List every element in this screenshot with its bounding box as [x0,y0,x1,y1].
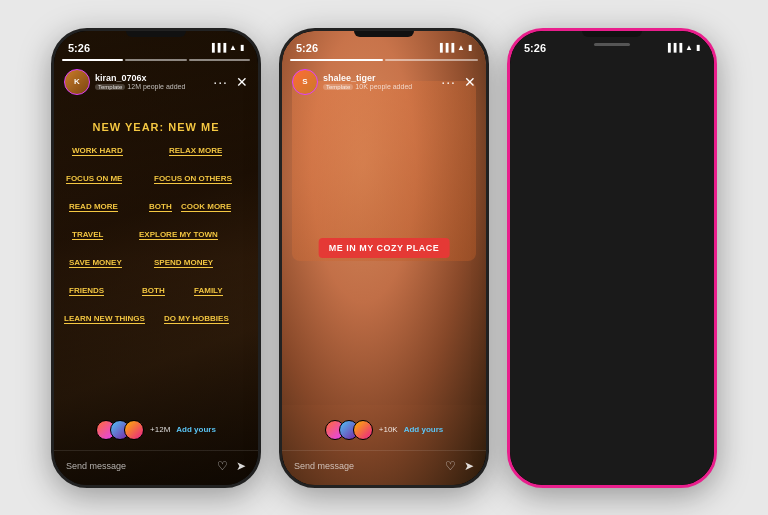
story-sub-1: Template 12M people added [95,83,185,90]
phone-3: 5:26 ▐▐▐ ▲ ▮ 🔍 Search New Ado [507,28,717,488]
send-icons-2: ♡ ➤ [445,459,474,473]
wifi-icon-1: ▲ [229,43,237,52]
story-bottom-2: +10K Add yours Send message ♡ ➤ [282,412,486,485]
send-message-text-2[interactable]: Send message [294,461,354,471]
battery-icon-2: ▮ [468,43,472,52]
status-icons-1: ▐▐▐ ▲ ▮ [209,43,244,52]
add-yours-btn-2[interactable]: Add yours [404,425,444,434]
battery-icon-1: ▮ [240,43,244,52]
add-yours-bar-1: +12M Add yours [54,412,258,450]
more-icon-1[interactable]: ··· [213,74,228,90]
send-icon-2[interactable]: ➤ [464,459,474,473]
status-icons-3: ▐▐▐ ▲ ▮ [665,43,700,52]
story-item-3[interactable]: FOCUS ON ME [66,174,122,184]
story-item-10[interactable]: SAVE MONEY [69,258,122,268]
notch-2 [354,31,414,37]
story-user-2: S shalee_tiger Template 10K people added [292,69,412,95]
story-bottom-1: +12M Add yours Send message ♡ ➤ [54,412,258,485]
progress-seg-3 [189,59,250,61]
close-icon-2[interactable]: ✕ [464,74,476,90]
username-2: shalee_tiger [323,73,412,83]
story-item-16[interactable]: DO MY HOBBIES [164,314,229,324]
story-meta-1: kiran_0706x Template 12M people added [95,73,185,90]
progress-seg-2 [125,59,186,61]
story-progress-2 [282,59,486,61]
add-count-1: +12M [150,425,170,434]
send-icons-1: ♡ ➤ [217,459,246,473]
story-item-8[interactable]: TRAVEL [72,230,103,240]
story-item-14[interactable]: FAMILY [194,286,223,296]
notch-1 [126,31,186,37]
add-yours-btn-1[interactable]: Add yours [176,425,216,434]
scene: 5:26 ▐▐▐ ▲ ▮ K kiran_0706x Template 12M … [0,0,768,515]
status-time-1: 5:26 [68,42,90,54]
signal-icon-1: ▐▐▐ [209,43,226,52]
close-icon-1[interactable]: ✕ [236,74,248,90]
people-count-1: 12M people added [127,83,185,90]
send-message-bar-1: Send message ♡ ➤ [54,450,258,485]
signal-icon-3: ▐▐▐ [665,43,682,52]
story-item-6[interactable]: BOTH [149,202,172,212]
battery-icon-3: ▮ [696,43,700,52]
status-time-3: 5:26 [524,42,546,54]
people-count-2: 10K people added [355,83,412,90]
story-header-right-2: ··· ✕ [441,70,476,90]
progress-seg-1 [62,59,123,61]
story-item-15[interactable]: LEARN NEW THINGS [64,314,145,324]
avatar-2: S [292,69,318,95]
story-user-1: K kiran_0706x Template 12M people added [64,69,185,95]
avatars-stack-1 [96,420,144,440]
story-item-5[interactable]: READ MORE [69,202,118,212]
phone-2-inner: 5:26 ▐▐▐ ▲ ▮ S shalee_tiger Template 10K… [282,31,486,485]
story-item-11[interactable]: SPEND MONEY [154,258,213,268]
avatar-stack-2c [353,420,373,440]
template-badge-1: Template [95,84,125,90]
phone-3-inner: 5:26 ▐▐▐ ▲ ▮ 🔍 Search New Ado [510,31,714,485]
template-badge-2: Template [323,84,353,90]
progress-seg-2a [290,59,383,61]
status-time-2: 5:26 [296,42,318,54]
heart-icon-2[interactable]: ♡ [445,459,456,473]
username-1: kiran_0706x [95,73,185,83]
send-icon-1[interactable]: ➤ [236,459,246,473]
avatars-stack-2 [325,420,373,440]
avatar-1: K [64,69,90,95]
story-header-right-1: ··· ✕ [213,70,248,90]
status-icons-2: ▐▐▐ ▲ ▮ [437,43,472,52]
story-progress-1 [54,59,258,61]
phone-1: 5:26 ▐▐▐ ▲ ▮ K kiran_0706x Template 12M … [51,28,261,488]
story-item-7[interactable]: COOK MORE [181,202,231,212]
story-item-12[interactable]: FRIENDS [69,286,104,296]
heart-icon-1[interactable]: ♡ [217,459,228,473]
avatar-stack-1c [124,420,144,440]
send-message-text-1[interactable]: Send message [66,461,126,471]
story-header-2: S shalee_tiger Template 10K people added… [282,59,486,101]
phone-2: 5:26 ▐▐▐ ▲ ▮ S shalee_tiger Template 10K… [279,28,489,488]
story-item-9[interactable]: EXPLORE MY TOWN [139,230,218,240]
send-message-bar-2: Send message ♡ ➤ [282,450,486,485]
add-count-2: +10K [379,425,398,434]
story-item-13[interactable]: BOTH [142,286,165,296]
phone-1-inner: 5:26 ▐▐▐ ▲ ▮ K kiran_0706x Template 12M … [54,31,258,485]
story-item-4[interactable]: FOCUS ON OTHERS [154,174,232,184]
story-title-1: NEW YEAR: NEW ME [54,121,258,133]
notch-3 [582,31,642,37]
story-item-1[interactable]: WORK HARD [72,146,123,156]
phone-3-bg [510,31,714,485]
wifi-icon-3: ▲ [685,43,693,52]
story-item-2[interactable]: RELAX MORE [169,146,222,156]
story-meta-2: shalee_tiger Template 10K people added [323,73,412,90]
more-icon-2[interactable]: ··· [441,74,456,90]
story-sub-2: Template 10K people added [323,83,412,90]
signal-icon-2: ▐▐▐ [437,43,454,52]
cozy-sticker: ME IN MY COZY PLACE [319,238,450,258]
wifi-icon-2: ▲ [457,43,465,52]
story-header-1: K kiran_0706x Template 12M people added … [54,59,258,101]
add-yours-bar-2: +10K Add yours [282,412,486,450]
progress-seg-2b [385,59,478,61]
